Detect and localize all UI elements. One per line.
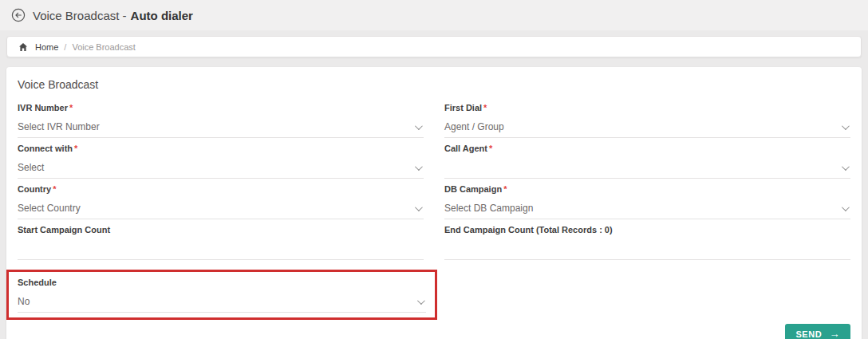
select-value: Agent / Group — [444, 121, 504, 132]
field-country: Country* Select Country — [18, 183, 424, 219]
chevron-down-icon — [842, 163, 850, 171]
send-button-label: SEND — [795, 329, 822, 339]
chevron-down-icon — [842, 203, 850, 211]
schedule-select[interactable]: No — [18, 296, 426, 313]
field-label: Connect with* — [18, 143, 424, 154]
field-schedule: Schedule No — [18, 277, 426, 313]
field-label: Country* — [18, 183, 424, 195]
country-select[interactable]: Select Country — [18, 203, 424, 219]
field-label: IVR Number* — [18, 102, 424, 113]
start-campaign-count-input[interactable] — [18, 243, 424, 260]
label-text: Schedule — [18, 278, 57, 287]
actions-row: SEND → — [18, 324, 850, 339]
field-first-dial: First Dial* Agent / Group — [444, 102, 850, 138]
required-asterisk: * — [69, 103, 73, 112]
voice-broadcast-card: Voice Broadcast IVR Number* Select IVR N… — [6, 67, 862, 339]
field-db-campaign: DB Campaign* Select DB Campaign — [444, 183, 850, 219]
label-text: End Campaign Count (Total Records : 0) — [444, 225, 613, 235]
field-label: First Dial* — [444, 102, 850, 113]
label-text: DB Campaign — [444, 184, 502, 194]
page-title-prefix: Voice Broadcast - — [33, 9, 127, 22]
field-end-campaign-count: End Campaign Count (Total Records : 0) — [444, 224, 850, 260]
form-grid: IVR Number* Select IVR Number First Dial… — [18, 102, 850, 265]
label-text: IVR Number — [18, 103, 68, 112]
breadcrumb: Home / Voice Broadcast — [6, 36, 862, 57]
select-value: Select DB Campaign — [444, 203, 533, 214]
schedule-highlight-box: Schedule No — [6, 270, 437, 320]
breadcrumb-separator: / — [64, 42, 66, 52]
chevron-down-icon — [415, 163, 423, 171]
home-icon — [18, 42, 28, 52]
field-connect-with: Connect with* Select — [18, 143, 424, 179]
page-title-bold: Auto dialer — [131, 9, 193, 22]
breadcrumb-home-link[interactable]: Home — [18, 42, 58, 52]
breadcrumb-home-label: Home — [35, 42, 58, 52]
label-text: Country — [18, 184, 51, 194]
label-text: Call Agent — [444, 144, 487, 153]
send-button[interactable]: SEND → — [785, 324, 850, 339]
call-agent-select[interactable] — [444, 162, 850, 179]
field-call-agent: Call Agent* — [444, 143, 850, 179]
field-label: Schedule — [18, 277, 426, 288]
select-value: Select Country — [18, 203, 81, 214]
db-campaign-select[interactable]: Select DB Campaign — [444, 203, 850, 219]
arrow-right-icon: → — [829, 330, 840, 338]
page-title: Voice Broadcast -Auto dialer — [33, 9, 193, 22]
card-title: Voice Broadcast — [18, 78, 850, 91]
chevron-down-icon — [415, 122, 423, 130]
label-text: Connect with — [18, 144, 73, 153]
first-dial-select[interactable]: Agent / Group — [444, 121, 850, 138]
required-asterisk: * — [489, 144, 492, 153]
field-label: DB Campaign* — [444, 183, 850, 195]
field-ivr-number: IVR Number* Select IVR Number — [18, 102, 424, 138]
field-label: Call Agent* — [444, 143, 850, 154]
select-value: No — [18, 296, 30, 307]
required-asterisk: * — [53, 184, 56, 194]
required-asterisk: * — [503, 184, 507, 194]
ivr-number-select[interactable]: Select IVR Number — [18, 121, 424, 138]
field-label: Start Campaign Count — [18, 224, 424, 235]
breadcrumb-current: Voice Broadcast — [72, 42, 136, 52]
chevron-down-icon — [417, 297, 425, 305]
required-asterisk: * — [483, 103, 487, 112]
select-value: Select IVR Number — [18, 121, 100, 132]
label-text: First Dial — [444, 103, 482, 112]
field-label: End Campaign Count (Total Records : 0) — [444, 224, 850, 235]
end-campaign-count-input[interactable] — [444, 243, 850, 260]
required-asterisk: * — [74, 144, 77, 153]
label-text: Start Campaign Count — [18, 225, 110, 235]
back-arrow-icon[interactable] — [11, 8, 26, 22]
chevron-down-icon — [842, 122, 850, 130]
page-header: Voice Broadcast -Auto dialer — [0, 0, 868, 30]
field-start-campaign-count: Start Campaign Count — [18, 224, 424, 260]
chevron-down-icon — [415, 203, 423, 211]
connect-with-select[interactable]: Select — [18, 162, 424, 179]
select-value: Select — [18, 162, 44, 173]
